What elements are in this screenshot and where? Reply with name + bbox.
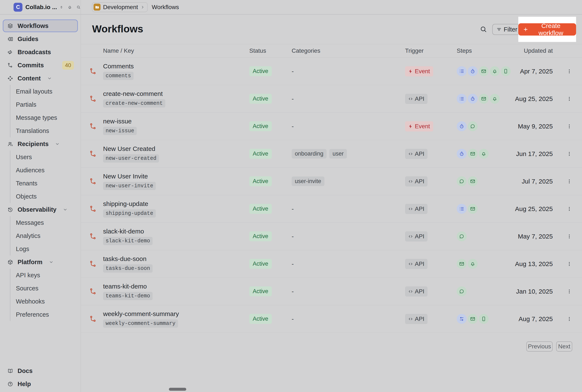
status-cell: Active (249, 223, 272, 250)
sidebar-item-guides[interactable]: Guides (3, 32, 78, 45)
workflow-icon (89, 68, 97, 75)
step-swap-icon (457, 314, 467, 324)
create-workflow-button[interactable]: Create workflow (518, 23, 576, 36)
row-menu-button[interactable] (565, 250, 574, 278)
workflow-name[interactable]: New User Invite (103, 173, 148, 180)
next-page-button[interactable]: Next (556, 342, 572, 352)
workflow-name[interactable]: slack-kit-demo (103, 228, 144, 235)
table-row[interactable]: create-new-commentcreate-new-commentActi… (81, 85, 582, 112)
workflow-name[interactable]: weekly-comment-summary (103, 310, 179, 318)
email-icon (481, 96, 486, 102)
bell-icon[interactable] (68, 4, 72, 10)
updated-at-cell: May 7, 2025 (518, 223, 553, 250)
row-menu-button[interactable] (565, 58, 574, 85)
megaphone-icon (7, 49, 13, 55)
search-icon[interactable] (76, 4, 81, 10)
status-badge: Active (249, 286, 272, 296)
workflow-key-badge: slack-kit-demo (103, 237, 153, 245)
sidebar-item-observability[interactable]: Observability (3, 203, 78, 216)
sidebar-item-audiences[interactable]: Audiences (3, 164, 78, 176)
code-icon (408, 262, 413, 266)
sidebar-item-broadcasts[interactable]: Broadcasts (3, 46, 78, 58)
workflow-key-badge: weekly-comment-summary (103, 320, 178, 328)
row-menu-button[interactable] (565, 168, 574, 195)
status-badge: Active (249, 231, 272, 241)
trigger-label: API (415, 178, 424, 185)
workflow-name[interactable]: new-issue (103, 118, 132, 125)
category-badge: onboarding (292, 149, 327, 158)
table-row[interactable]: New User Invitenew-user-inviteActiveuser… (81, 168, 582, 195)
sidebar-item-preferences[interactable]: Preferences (3, 308, 78, 321)
sidebar-item-label: Email layouts (16, 88, 52, 95)
trigger-cell: API (405, 223, 428, 250)
table-row[interactable]: new-issuenew-issueActive-EventMay 9, 202… (81, 112, 582, 140)
sidebar-item-users[interactable]: Users (3, 151, 78, 164)
breadcrumb-environment[interactable]: Development (92, 2, 147, 12)
phone-icon (481, 316, 486, 322)
sidebar-item-message-types[interactable]: Message types (3, 111, 78, 124)
sidebar-item-sources[interactable]: Sources (3, 282, 78, 295)
row-menu-button[interactable] (565, 223, 574, 250)
table-row[interactable]: CommentscommentsActive-EventApr 7, 2025 (81, 58, 582, 85)
name-key-cell: New User Creatednew-user-created (103, 140, 159, 168)
table-row[interactable]: slack-kit-demoslack-kit-demoActive-APIMa… (81, 223, 582, 250)
sidebar-item-platform[interactable]: Platform (3, 256, 78, 268)
column-header-steps: Steps (457, 44, 472, 57)
table-row[interactable]: New User Creatednew-user-createdActiveon… (81, 140, 582, 168)
sidebar-item-recipients[interactable]: Recipients (3, 138, 78, 150)
previous-page-button[interactable]: Previous (526, 342, 553, 352)
filter-button[interactable]: Filter (492, 24, 522, 35)
workflow-key-badge: shipping-update (103, 209, 156, 218)
workflow-name[interactable]: teams-kit-demo (103, 283, 147, 290)
main-content: Workflows Filter Create workflow Name / … (81, 14, 582, 392)
sidebar-item-commits[interactable]: Commits40 (3, 59, 78, 72)
sidebar-item-webhooks[interactable]: Webhooks (3, 295, 78, 308)
row-menu-button[interactable] (565, 140, 574, 168)
kebab-icon (567, 262, 572, 266)
sidebar-item-tenants[interactable]: Tenants (3, 177, 78, 190)
trigger-label: API (415, 233, 424, 240)
step-chat-icon (468, 121, 478, 131)
horizontal-scrollbar-thumb[interactable] (169, 388, 186, 391)
sidebar-item-email-layouts[interactable]: Email layouts (3, 85, 78, 98)
row-menu-button[interactable] (565, 85, 574, 112)
steps-cell (457, 85, 500, 112)
table-row[interactable]: teams-kit-demoteams-kit-demoActive-APIJa… (81, 278, 582, 305)
workflow-name[interactable]: shipping-update (103, 200, 148, 208)
swap-icon (459, 316, 464, 322)
workflow-name[interactable]: tasks-due-soon (103, 255, 146, 262)
sidebar-item-content[interactable]: Content (3, 72, 78, 85)
row-menu-button[interactable] (565, 305, 574, 332)
sidebar-item-label: Sources (16, 285, 38, 292)
name-key-cell: create-new-commentcreate-new-comment (103, 85, 165, 112)
org-switcher[interactable]: C Collab.io ... (0, 0, 81, 14)
kebab-icon (567, 179, 572, 184)
sidebar-item-translations[interactable]: Translations (3, 124, 78, 137)
history-icon (7, 207, 13, 212)
table-row[interactable]: shipping-updateshipping-updateActive-API… (81, 195, 582, 223)
table-search-icon[interactable] (480, 26, 487, 33)
code-icon (408, 234, 413, 239)
row-menu-button[interactable] (565, 278, 574, 305)
sidebar-item-analytics[interactable]: Analytics (3, 230, 78, 242)
row-menu-button[interactable] (565, 195, 574, 222)
sidebar-item-help[interactable]: Help (3, 378, 78, 390)
step-email-icon (468, 149, 478, 159)
sidebar-item-messages[interactable]: Messages (3, 216, 78, 229)
sidebar-item-docs[interactable]: Docs (3, 364, 78, 377)
chevron-down-icon (47, 76, 52, 81)
status-cell: Active (249, 112, 272, 140)
sidebar-item-logs[interactable]: Logs (3, 242, 78, 255)
unfold-icon[interactable] (59, 4, 63, 10)
sidebar-item-partials[interactable]: Partials (3, 98, 78, 111)
row-menu-button[interactable] (565, 112, 574, 140)
name-key-cell: weekly-comment-summaryweekly-comment-sum… (103, 305, 179, 332)
sidebar-item-objects[interactable]: Objects (3, 190, 78, 203)
table-row[interactable]: weekly-comment-summaryweekly-comment-sum… (81, 305, 582, 333)
workflow-name[interactable]: Comments (103, 63, 134, 70)
workflow-name[interactable]: create-new-comment (103, 90, 163, 97)
workflow-name[interactable]: New User Created (103, 145, 155, 152)
sidebar-item-workflows[interactable]: Workflows (3, 20, 78, 32)
table-row[interactable]: tasks-due-soontasks-due-soonActive-APIAu… (81, 250, 582, 278)
sidebar-item-api-keys[interactable]: API keys (3, 269, 78, 282)
